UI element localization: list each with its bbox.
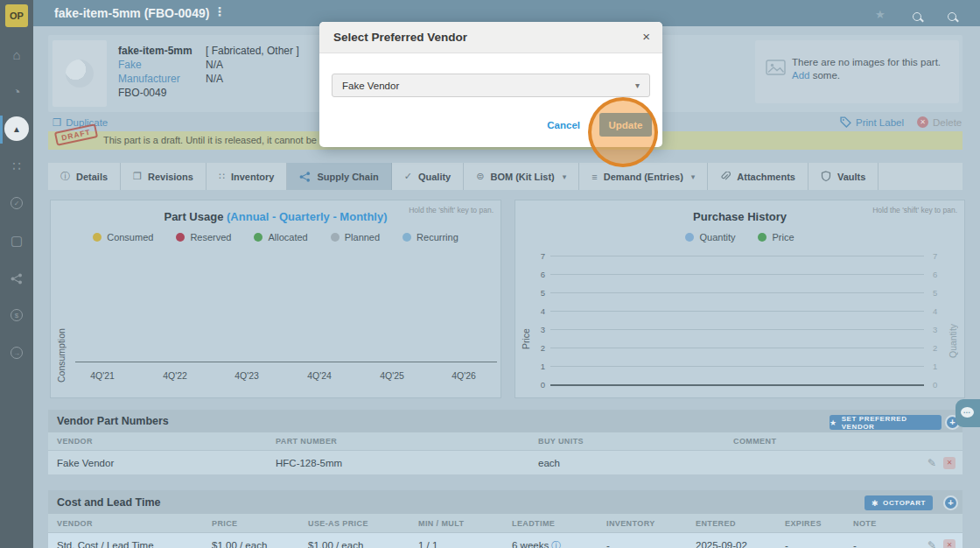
kebab-menu-icon[interactable]: ⋮ [208,4,231,18]
cancel-button[interactable]: Cancel [547,120,580,130]
tab-label: Quality [418,172,451,182]
search-icon[interactable] [948,9,956,25]
cell-buy-units: each [538,458,560,468]
placeholder-logo-icon [66,60,94,88]
quarterly-link[interactable]: Quarterly [279,210,330,223]
col-vendor: VENDOR [57,437,93,446]
cell-vendor: Std. Cost / Lead Time [57,540,154,548]
add-cost-button[interactable]: + [943,495,958,510]
dots-grid-icon: ∷ [12,158,21,174]
legend-label: Recurring [416,232,458,242]
col-note: NOTE [853,519,877,528]
cost-table-row: Std. Cost / Lead Time $1.00 / each $1.00… [48,532,962,548]
star-icon[interactable]: ★ [875,8,886,21]
legend-item-consumed: Consumed [93,232,153,242]
tab-revisions[interactable]: ❐Revisions [121,163,206,190]
remove-icon[interactable]: ✕ [943,457,956,469]
tab-details[interactable]: ⓘDetails [48,163,121,190]
part-usage-legend: Consumed Reserved Allocated Planned Recu… [51,232,500,242]
sidebar-item-signout[interactable]: → [0,340,33,366]
help-chat-widget[interactable]: ••• [956,399,980,427]
col-use-as-price: USE-AS PRICE [308,519,368,528]
y-tick-right: 3 [933,325,950,334]
active-indicator [0,116,3,144]
octopart-button[interactable]: ✱ OCTOPART [864,495,933,510]
sidebar-item-financial[interactable]: $ [0,302,33,328]
x-tick: 4Q'25 [366,370,418,381]
y-tick-right: 6 [933,270,950,279]
legend-dot [685,233,694,242]
vendor-select-dropdown[interactable]: Fake Vendor ▾ [332,74,650,97]
legend-item-quantity: Quantity [685,232,735,242]
cell-vendor: Fake Vendor [57,458,114,468]
bom-icon: ⊜ [476,171,484,182]
button-label: SET PREFERRED VENDOR [842,415,942,431]
y-tick-left: 2 [528,343,545,353]
col-expires: EXPIRES [785,519,822,528]
y-tick-right: 5 [933,288,950,298]
tab-inventory[interactable]: ∷Inventory [206,163,288,190]
tag-icon [840,116,851,128]
vendor-table-header: VENDOR PART NUMBER BUY UNITS COMMENT [48,432,962,450]
tab-supply-chain[interactable]: Supply Chain [287,163,391,190]
gear-icon: ✱ [872,499,878,508]
sidebar-item-inventory[interactable]: ∷ [0,153,33,179]
annual-link[interactable]: Annual [230,210,269,223]
app-logo[interactable]: OP [5,4,28,27]
tab-attachments[interactable]: Attachments [708,163,808,190]
y-tick-right: 1 [933,362,950,371]
sidebar-item-supply-chain[interactable] [0,265,33,292]
tab-quality[interactable]: ✓Quality [392,163,465,190]
set-preferred-vendor-button[interactable]: ★ SET PREFERRED VENDOR [830,415,942,430]
sidebar-item-packages[interactable]: ▢ [0,228,33,254]
section-title: Cost and Lead Time [57,496,161,509]
modal-title: Select Preferred Vendor [333,31,467,44]
cell-min-mult: 1 / 1 [418,540,438,548]
home-icon: ⌂ [12,47,20,62]
tab-demand[interactable]: ≡Demand (Entries)▾ [579,163,708,190]
chart-title-text: Part Usage [164,210,223,223]
legend-label: Consumed [107,232,153,242]
no-images-box: There are no images for this part. Add s… [755,40,959,103]
plus-icon: + [949,418,955,427]
x-tick: 4Q'26 [438,370,490,381]
sidebar-item-quality[interactable]: ✓ [0,190,33,216]
legend-item-recurring: Recurring [402,232,458,242]
x-tick: 4Q'21 [76,370,129,381]
x-tick: 4Q'23 [220,370,273,381]
monthly-link[interactable]: Monthly [340,210,383,223]
search-history-icon[interactable] [913,9,921,25]
sidebar-item-dashboard[interactable]: ◔ [0,78,33,104]
manufacturer-link[interactable]: Fake Manufacturer [118,58,206,86]
delete-button[interactable]: ✕ Delete [917,116,962,128]
close-icon[interactable]: × [642,29,650,44]
tab-label: Attachments [737,172,795,182]
shield-icon [821,171,831,182]
legend-item-reserved: Reserved [176,232,231,242]
legend-dot [758,233,766,242]
sidebar-item-home[interactable]: ⌂ [0,41,33,67]
tab-label: Revisions [148,172,193,182]
edit-icon[interactable]: ✎ [928,539,936,548]
y-tick-left: 7 [528,251,545,261]
tab-bom[interactable]: ⊜BOM (Kit List)▾ [464,163,579,190]
col-part-number: PART NUMBER [276,437,337,446]
chevron-down-icon: ▾ [563,172,567,181]
leadtime-info-icon[interactable]: ⓘ [551,538,561,548]
x-tick: 4Q'24 [293,370,346,381]
print-label-button[interactable]: Print Label [840,116,904,128]
legend-item-price: Price [758,232,794,242]
legend-dot [331,233,340,242]
sidebar-item-parts[interactable]: ▲ [4,116,29,141]
add-suffix: some. [809,70,840,81]
cell-part-number: HFC-128-5mm [276,458,342,468]
col-price: PRICE [212,519,238,528]
y-tick-right: 4 [933,306,950,316]
edit-icon[interactable]: ✎ [928,457,936,469]
tab-vaults[interactable]: Vaults [808,163,878,190]
remove-icon[interactable]: ✕ [943,539,956,548]
y-tick-right: 2 [933,343,950,353]
pages-icon: ❐ [133,171,142,182]
sep: - [330,210,340,223]
add-images-link[interactable]: Add [792,70,809,81]
